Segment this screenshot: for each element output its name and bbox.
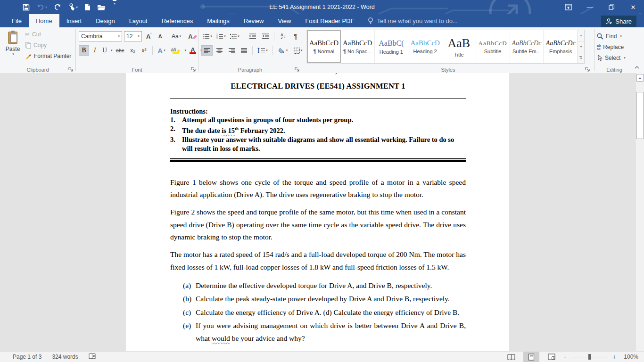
shading-button[interactable]: ▾ xyxy=(276,45,290,56)
text-effects-button[interactable]: A▾ xyxy=(156,45,168,56)
restore-icon[interactable] xyxy=(601,0,622,14)
tab-references[interactable]: References xyxy=(155,14,200,27)
style-normal[interactable]: AaBbCcD ¶ Normal xyxy=(307,30,341,63)
justify-button[interactable] xyxy=(238,45,249,56)
align-right-icon xyxy=(229,48,235,53)
text-highlight-button[interactable]: ab xyxy=(169,45,183,56)
document-page[interactable]: , ELECTRICAL DRIVES (EE541) ASSIGNMENT 1… xyxy=(126,73,509,351)
line-spacing-button[interactable]: ▾ xyxy=(256,45,270,56)
word-count[interactable]: 324 words xyxy=(52,354,78,360)
scrollbar-thumb[interactable] xyxy=(636,92,644,139)
find-button[interactable]: Find ▾ xyxy=(597,31,626,41)
tab-file[interactable]: File xyxy=(5,14,29,27)
print-layout-icon[interactable] xyxy=(523,352,539,362)
tab-home[interactable]: Home xyxy=(29,14,59,27)
style-heading-1[interactable]: AaBbC( Heading 1 xyxy=(375,30,409,63)
increase-indent-button[interactable] xyxy=(260,31,271,41)
highlight-dropdown-arrow[interactable]: ▾ xyxy=(185,49,187,52)
tab-foxit-reader-pdf[interactable]: Foxit Reader PDF xyxy=(298,14,361,27)
select-button[interactable]: Select ▾ xyxy=(597,52,626,63)
replace-button[interactable]: ab ac Replace xyxy=(597,41,626,52)
style-heading-2[interactable]: AaBbCcD Heading 2 xyxy=(408,30,442,63)
align-left-button[interactable] xyxy=(201,45,213,56)
close-icon[interactable]: ✕ xyxy=(622,0,644,14)
tab-mailings[interactable]: Mailings xyxy=(200,14,237,27)
styles-dialog-launcher-icon[interactable] xyxy=(585,66,590,72)
paste-dropdown-arrow[interactable]: ▾ xyxy=(4,52,23,56)
font-name-combobox[interactable]: Cambria▾ xyxy=(79,31,122,41)
section-rule xyxy=(170,158,466,162)
qat-customize-icon[interactable]: ▾ xyxy=(113,0,116,14)
font-size-combobox[interactable]: 12▾ xyxy=(124,31,142,41)
styles-gallery: AaBbCcD ¶ Normal AaBbCcD ¶ No Spac... Aa… xyxy=(306,30,585,64)
find-magnifier-icon xyxy=(597,33,603,40)
zoom-percentage[interactable]: 100% xyxy=(620,354,638,360)
italic-button[interactable]: I xyxy=(90,45,99,56)
tell-me-box[interactable]: Tell me what you want to do... xyxy=(361,14,464,27)
superscript-button[interactable]: x² xyxy=(139,45,149,56)
style-subtle-emphasis[interactable]: AaBbCcDc Subtle Em... xyxy=(510,30,544,63)
styles-scroll-down-icon[interactable]: ▼ xyxy=(578,41,584,53)
save-icon[interactable] xyxy=(23,0,30,14)
zoom-in-button[interactable]: + xyxy=(612,353,616,361)
document-title: ELECTRICAL DRIVES (EE541) ASSIGNMENT 1 xyxy=(170,82,466,91)
paste-button[interactable]: Paste ▾ xyxy=(3,30,23,66)
tab-view[interactable]: View xyxy=(271,14,298,27)
tab-layout[interactable]: Layout xyxy=(122,14,155,27)
align-right-button[interactable] xyxy=(226,45,237,56)
multilevel-list-button[interactable]: ▾ xyxy=(229,31,241,41)
ribbon-display-options-icon[interactable] xyxy=(557,0,579,14)
page-indicator[interactable]: Page 1 of 3 xyxy=(13,354,41,360)
paragraph-dialog-launcher-icon[interactable] xyxy=(294,66,300,72)
clipboard-dialog-launcher-icon[interactable] xyxy=(68,66,74,72)
style-title[interactable]: AaB Title xyxy=(442,30,476,63)
zoom-slider[interactable] xyxy=(570,352,608,362)
vertical-scrollbar[interactable]: ▲ xyxy=(636,73,644,351)
strikethrough-button[interactable]: abc xyxy=(114,45,127,56)
zoom-out-button[interactable]: - xyxy=(564,353,566,361)
underline-button[interactable]: U xyxy=(100,45,109,56)
sort-button[interactable]: AZ ↓ xyxy=(277,31,289,41)
grow-font-button[interactable]: Aˆ xyxy=(144,31,154,41)
word-window: ▾ ▾ ▾ EE 541 Assignment 1 2021-2022 - Wo… xyxy=(0,0,644,362)
align-left-icon xyxy=(204,48,210,53)
decrease-indent-button[interactable] xyxy=(247,31,258,41)
zoom-slider-handle[interactable] xyxy=(588,354,591,360)
tab-review[interactable]: Review xyxy=(237,14,271,27)
font-dialog-launcher-icon[interactable] xyxy=(190,66,196,72)
open-folder-icon[interactable] xyxy=(97,0,106,14)
redo-icon[interactable] xyxy=(54,0,61,14)
proofing-errors-icon[interactable] xyxy=(89,353,96,361)
copy-icon xyxy=(25,42,31,49)
change-case-button[interactable]: Aa▾ xyxy=(169,31,183,41)
styles-more-icon[interactable]: ▼ xyxy=(578,52,584,63)
collapse-ribbon-icon[interactable] xyxy=(633,64,641,71)
web-layout-icon[interactable] xyxy=(544,352,560,362)
bullets-button[interactable]: ▾ xyxy=(201,31,214,41)
format-painter-button[interactable]: Format Painter xyxy=(25,52,72,60)
new-document-icon[interactable] xyxy=(84,0,91,14)
read-mode-icon[interactable] xyxy=(503,352,519,362)
tab-insert[interactable]: Insert xyxy=(59,14,89,27)
subscript-button[interactable]: x₂ xyxy=(128,45,138,56)
style-emphasis[interactable]: AaBbCcDc Emphasis xyxy=(544,30,578,63)
numbering-button[interactable]: 123 ▾ xyxy=(215,31,227,41)
align-center-button[interactable] xyxy=(214,45,225,56)
scrollbar-up-icon[interactable]: ▲ xyxy=(636,74,644,82)
underline-dropdown-arrow[interactable]: ▾ xyxy=(111,49,113,52)
share-person-icon xyxy=(606,18,612,25)
shrink-font-button[interactable]: Aˇ xyxy=(156,31,165,41)
bold-button[interactable]: B xyxy=(79,45,89,56)
paragraph-marks-button[interactable]: ¶ xyxy=(291,31,300,41)
tab-design[interactable]: Design xyxy=(89,14,122,27)
touch-mode-icon[interactable]: ▾ xyxy=(68,0,78,14)
styles-scroll-up-icon[interactable]: ▲ xyxy=(578,30,584,41)
clear-formatting-button[interactable]: A xyxy=(187,31,198,41)
minimize-icon[interactable]: — xyxy=(579,0,601,14)
grammar-underline: is 15 xyxy=(222,127,235,134)
style-no-spacing[interactable]: AaBbCcD ¶ No Spac... xyxy=(341,30,375,63)
font-color-button[interactable]: A xyxy=(187,45,198,56)
share-button[interactable]: Share xyxy=(601,16,636,27)
style-subtitle[interactable]: AaBbCcD Subtitle xyxy=(476,30,510,63)
replace-label: Replace xyxy=(603,44,624,50)
